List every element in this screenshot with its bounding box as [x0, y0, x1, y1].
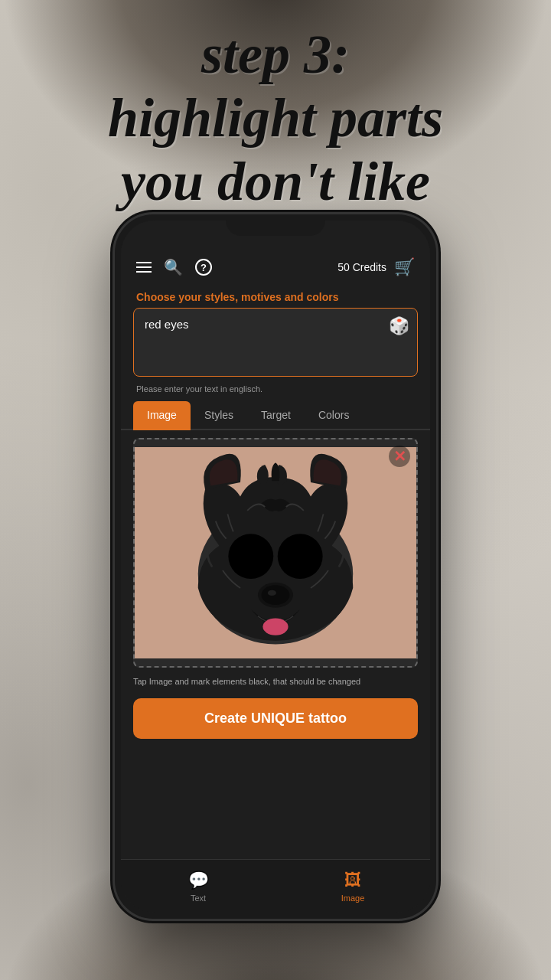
image-nav-label: Image — [341, 893, 365, 903]
title-line3: you don't like — [0, 150, 551, 214]
title-line1: step 3: — [0, 23, 551, 87]
subtitle-text: Choose your styles, motives and colors — [121, 283, 430, 308]
nav-item-image[interactable]: 🖼 Image — [276, 860, 430, 913]
title-line2: highlight parts — [0, 87, 551, 150]
bottom-navigation: 💬 Text 🖼 Image — [121, 859, 430, 913]
header-right: 50 Credits 🛒 — [337, 257, 415, 277]
image-upload-area[interactable]: ✕ — [133, 438, 418, 668]
title-area: step 3: highlight parts you don't like — [0, 23, 551, 213]
tattoo-image — [135, 439, 416, 666]
text-input-value[interactable]: red eyes — [145, 318, 406, 331]
help-icon[interactable]: ? — [195, 259, 212, 276]
tab-target[interactable]: Target — [247, 401, 305, 430]
text-nav-label: Text — [191, 893, 206, 903]
tab-colors[interactable]: Colors — [305, 401, 363, 430]
image-hint-text: Tap Image and mark elements black, that … — [121, 672, 430, 691]
dice-icon[interactable]: 🎲 — [389, 316, 409, 336]
close-image-button[interactable]: ✕ — [389, 446, 410, 467]
tab-bar: Image Styles Target Colors — [121, 401, 430, 430]
phone-screen: 🔍 ? 50 Credits 🛒 Choose your styles, mot… — [121, 220, 430, 913]
tab-image[interactable]: Image — [133, 401, 191, 430]
cart-icon[interactable]: 🛒 — [394, 257, 415, 277]
create-unique-tattoo-button[interactable]: Create UNIQUE tattoo — [133, 698, 418, 739]
text-input-container[interactable]: red eyes 🎲 — [133, 308, 418, 377]
svg-point-5 — [262, 585, 290, 605]
input-hint: Please enter your text in englisch. — [121, 381, 430, 401]
credits-display: 50 Credits — [337, 261, 386, 273]
svg-point-7 — [262, 619, 288, 635]
svg-point-6 — [268, 590, 276, 596]
app-header: 🔍 ? 50 Credits 🛒 — [121, 251, 430, 283]
svg-point-3 — [278, 534, 323, 579]
header-left-icons: 🔍 ? — [136, 258, 212, 276]
nav-item-text[interactable]: 💬 Text — [121, 860, 276, 913]
tab-styles[interactable]: Styles — [191, 401, 247, 430]
phone-notch — [226, 214, 325, 236]
search-icon[interactable]: 🔍 — [164, 258, 183, 276]
image-nav-icon: 🖼 — [344, 871, 361, 890]
phone-frame: 🔍 ? 50 Credits 🛒 Choose your styles, mot… — [115, 214, 436, 919]
svg-point-2 — [228, 534, 273, 579]
text-nav-icon: 💬 — [188, 871, 209, 890]
menu-icon[interactable] — [136, 262, 152, 273]
